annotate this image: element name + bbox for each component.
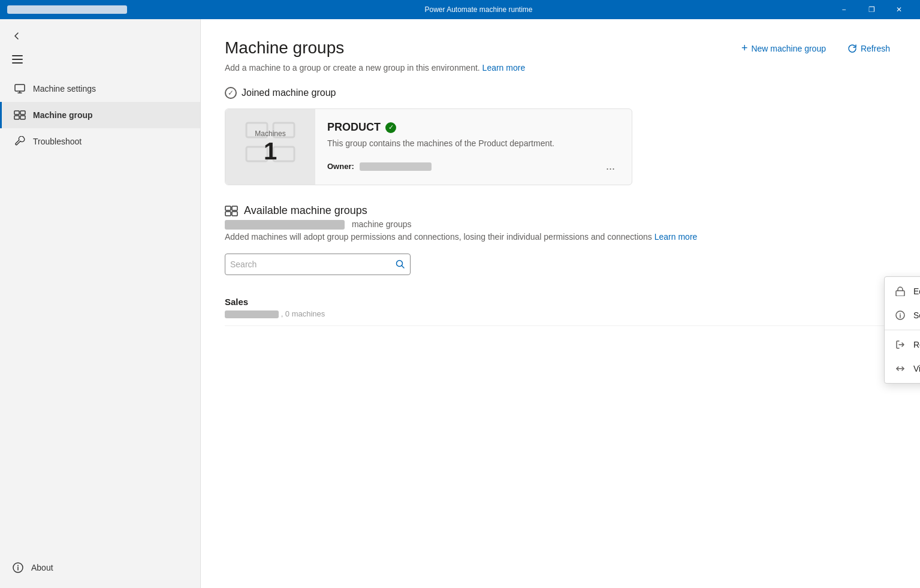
edit-password-label: Edit group password [913,287,920,296]
context-remove-from-group[interactable]: Remove from group [885,333,920,357]
page-subtitle: Add a machine to a group or create a new… [225,63,896,73]
group-card-right: PRODUCT ✓ This group contains the machin… [315,109,632,185]
sidebar-item-troubleshoot[interactable]: Troubleshoot [0,128,200,155]
back-button[interactable] [0,24,200,48]
context-see-details[interactable]: See details [885,303,920,327]
hamburger-button[interactable] [0,48,200,71]
learn-more-link-top[interactable]: Learn more [482,63,526,73]
svg-rect-1 [12,59,23,60]
list-item[interactable]: Sales , 0 machines [225,290,896,326]
context-view-cloud[interactable]: View in Power Automate cloud [885,357,920,381]
new-machine-group-button[interactable]: + New machine group [735,38,832,58]
restore-button[interactable]: ❐ [858,0,885,19]
svg-rect-0 [12,55,23,56]
titlebar-user [7,5,127,14]
context-menu: Edit group password See details [884,276,920,384]
sidebar: Machine settings Machine group [0,19,201,588]
about-button[interactable]: About [12,554,188,581]
svg-point-9 [17,565,19,566]
svg-rect-3 [15,85,25,91]
sidebar-label-troubleshoot: Troubleshoot [33,137,82,146]
titlebar: Power Automate machine runtime − ❐ ✕ [0,0,920,19]
available-section-header: Available machine groups [225,204,896,217]
about-label: About [31,563,53,572]
exit-icon [894,339,906,351]
group-owner: Owner: [327,162,432,171]
sidebar-spacer [0,155,200,547]
sidebar-item-machine-group[interactable]: Machine group [0,102,200,128]
group-description: This group contains the machines of the … [327,138,620,148]
titlebar-controls: − ❐ ✕ [830,0,913,19]
cloud-icon [894,363,906,375]
remove-from-group-label: Remove from group [913,340,920,349]
new-group-label: New machine group [751,44,826,53]
available-section-label: Available machine groups [244,204,367,217]
owner-name-blurred [360,162,432,171]
available-count-text: machine groups [225,219,896,230]
back-icon [12,31,22,41]
plus-icon: + [741,42,748,55]
svg-rect-18 [232,206,237,210]
info-circle-icon [894,309,906,321]
ellipsis-button[interactable]: ... [601,158,620,175]
group-list-machines: , 0 machines [281,309,325,318]
machines-label: Machines [255,129,285,138]
status-badge: ✓ [385,122,396,133]
minimize-button[interactable]: − [830,0,858,19]
monitor-icon [14,83,26,95]
svg-point-16 [900,313,901,314]
group-card-left: Machines 1 [225,109,315,185]
group-list-meta: , 0 machines [225,309,896,318]
svg-rect-6 [14,116,19,119]
view-cloud-label: View in Power Automate cloud [913,364,920,373]
available-desc: Added machines will adopt group permissi… [225,232,896,242]
group-card: Machines 1 PRODUCT ✓ This group contains… [225,108,632,185]
info-icon [12,562,24,574]
svg-rect-14 [896,291,904,296]
see-details-label: See details [913,310,920,320]
refresh-icon [847,44,857,53]
main-content: Machine groups + New machine group Refre… [201,19,920,588]
search-input[interactable] [230,260,391,269]
check-circle-icon: ✓ [225,87,237,99]
svg-rect-7 [20,116,25,119]
sidebar-nav: Machine settings Machine group [0,76,200,155]
machines-count: 1 [264,138,277,165]
lock-icon [894,285,906,297]
sidebar-label-machine-settings: Machine settings [33,84,96,94]
blurred-owner-name [225,310,279,318]
sidebar-label-machine-group: Machine group [33,110,93,120]
refresh-label: Refresh [861,44,890,53]
svg-rect-17 [225,206,231,210]
titlebar-title: Power Automate machine runtime [127,5,830,14]
machine-group-available-icon [225,206,238,216]
svg-rect-2 [12,62,23,64]
svg-rect-20 [232,212,237,216]
search-button[interactable] [396,260,405,269]
blurred-count [225,220,345,230]
svg-rect-5 [20,111,25,114]
group-owner-row: Owner: ... [327,158,620,175]
refresh-button[interactable]: Refresh [841,40,896,57]
svg-rect-19 [225,212,231,216]
close-button[interactable]: ✕ [885,0,913,19]
sidebar-bottom: About [0,547,200,588]
joined-section-header: ✓ Joined machine group [225,87,896,99]
search-box [225,254,411,275]
joined-section-label: Joined machine group [242,88,336,98]
learn-more-link-bottom[interactable]: Learn more [654,232,698,242]
header-actions: + New machine group Refresh [735,38,896,58]
count-suffix: machine groups [352,219,412,229]
available-section: Available machine groups machine groups … [225,204,896,326]
group-list: Sales , 0 machines [225,290,896,326]
sidebar-item-machine-settings[interactable]: Machine settings [0,76,200,102]
group-list-name: Sales [225,297,896,307]
page-title: Machine groups [225,38,344,58]
svg-rect-4 [14,111,19,114]
context-divider [885,330,920,330]
owner-label: Owner: [327,162,354,171]
page-header: Machine groups + New machine group Refre… [225,38,896,58]
context-edit-password[interactable]: Edit group password [885,279,920,303]
app-layout: Machine settings Machine group [0,19,920,588]
group-name-row: PRODUCT ✓ [327,121,620,134]
